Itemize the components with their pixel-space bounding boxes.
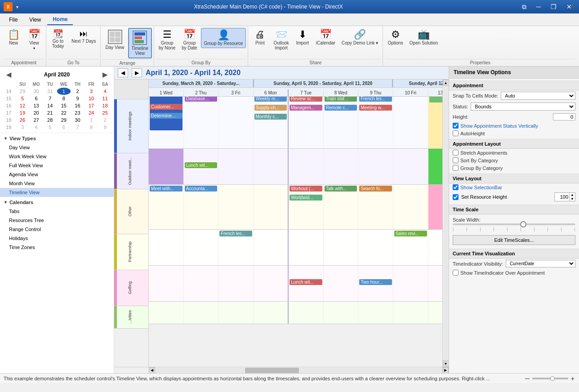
zoom-in-btn[interactable]: + [570,375,575,382]
show-status-checkbox[interactable] [453,123,459,129]
icalendar-button[interactable]: 📅 iCalendar [313,28,338,47]
scroll-track-h[interactable] [155,368,442,373]
horizontal-scrollbar[interactable]: ◀ ▶ [114,367,449,373]
day-view-button[interactable]: Day View [102,28,127,52]
calendar-day[interactable]: 1 [57,88,71,95]
autoheight-checkbox[interactable] [453,130,459,136]
appt-supply[interactable]: Supply-ch... [254,105,287,111]
calendar-day[interactable]: 18 [98,102,112,109]
vertical-scrollbar[interactable]: ▲ ▼ [442,80,449,367]
status-select[interactable]: Bounds [471,102,575,111]
menu-home[interactable]: Home [47,14,73,25]
menu-file[interactable]: File [4,15,23,25]
copy-demo-link-button[interactable]: 🔗 Copy Demo Link ▾ [339,28,381,47]
timeline-next-btn[interactable]: ▶ [132,68,142,77]
appt-two-hour[interactable]: Two hour... [359,279,392,285]
calendar-day[interactable]: 5 [16,95,30,102]
calendar-day[interactable]: 1 [85,116,98,124]
calendar-day[interactable]: 3 [16,124,30,131]
nav-work-week-view[interactable]: Work Week View [0,152,114,161]
set-resource-height-label[interactable]: Set Resource Height [461,194,507,200]
nav-agenda-view[interactable]: Agenda View [0,170,114,179]
nav-tabs[interactable]: Tabs [0,207,114,216]
nav-timeline-view[interactable]: Timeline View [0,188,114,197]
appt-talk-with[interactable]: Talk with... [325,186,357,192]
resource-height-input[interactable] [555,194,569,200]
set-resource-height-checkbox[interactable] [453,194,459,200]
calendar-day[interactable]: 14 [43,102,57,109]
zoom-out-btn[interactable]: ─ [524,375,530,382]
stretch-checkbox[interactable] [453,150,459,156]
calendar-day[interactable]: 16 [71,102,85,109]
appt-meeting-w[interactable]: Meeting w... [359,105,392,111]
open-solution-button[interactable]: 📺 Open Solution [407,28,441,47]
timeline-prev-btn[interactable]: ◀ [118,68,128,77]
calendar-day[interactable]: 21 [43,109,57,116]
calendar-day[interactable]: 8 [85,124,98,131]
goto-today-button[interactable]: 📆 Go toToday [48,28,68,50]
appt-manage[interactable]: Managem... [290,105,322,111]
spinner-down[interactable]: ▼ [570,197,575,201]
nav-month-view[interactable]: Month View [0,179,114,188]
show-over-appt-checkbox[interactable] [453,270,459,276]
sort-by-cat-label[interactable]: Sort By Category [460,158,498,163]
spinner-up[interactable]: ▲ [570,193,575,197]
calendar-day[interactable]: 6 [57,124,71,131]
calendar-day[interactable]: 30 [29,88,43,95]
outlook-import-button[interactable]: 📨 OutlookImport [271,28,291,52]
calendar-day[interactable]: 12 [16,102,30,109]
calendar-day[interactable]: 27 [29,116,43,124]
calendar-day[interactable]: 4 [29,124,43,131]
calendar-day[interactable]: 29 [57,116,71,124]
calendar-prev-btn[interactable]: ◀ [4,70,14,79]
appt-determine[interactable]: Determine... [150,113,183,119]
calendar-day[interactable]: 2 [71,88,85,95]
calendar-day[interactable]: 17 [85,102,98,109]
calendars-header[interactable]: ▼ Calendars [0,197,114,207]
scroll-up-btn[interactable]: ▲ [443,80,449,86]
calendar-day[interactable]: 5 [43,124,57,131]
appt-lunch-outdoor[interactable]: Lunch wit... [185,162,218,168]
calendar-day[interactable]: 31 [43,88,57,95]
calendar-day[interactable]: 29 [16,88,30,95]
import-button[interactable]: ⬇ Import [293,28,312,47]
appt-meet-with[interactable]: Meet with... [150,186,183,192]
menu-view[interactable]: View [24,15,46,25]
nav-holidays[interactable]: Holidays [0,234,114,243]
calendar-day[interactable]: 30 [71,116,85,124]
group-by-date-button[interactable]: 📅 Groupby Date [179,28,200,52]
scroll-track-v[interactable] [443,86,449,361]
edit-timescales-btn[interactable]: Edit TimeScales... [453,235,575,245]
next-7-days-button[interactable]: ⏭ Next 7 Days [69,28,98,45]
appt-remote[interactable]: Remote c... [325,105,357,111]
appt-lunch-golfing[interactable]: Lunch wit... [290,279,322,285]
calendar-day[interactable]: 28 [43,116,57,124]
group-by-none-button[interactable]: ☰ Groupby None [156,28,178,52]
scroll-down-btn[interactable]: ▼ [443,361,449,367]
calendar-day[interactable]: 9 [71,95,85,102]
group-by-resource-button[interactable]: 👤 Group by Resource [201,28,246,48]
calendar-day[interactable]: 6 [29,95,43,102]
calendar-day[interactable]: 8 [57,95,71,102]
show-selection-bar-checkbox[interactable] [453,184,459,190]
zoom-slider-thumb[interactable] [550,376,555,381]
calendar-day[interactable]: 10 [85,95,98,102]
show-status-label[interactable]: Show Appointment Status Vertically [460,123,538,129]
nav-resources-tree[interactable]: Resources Tree [0,216,114,225]
calendar-day[interactable]: 2 [98,116,112,124]
minimize-btn[interactable]: ─ [533,2,544,12]
calendar-day[interactable]: 19 [16,109,30,116]
nav-full-week-view[interactable]: Full Week View [0,161,114,170]
calendar-day[interactable]: 26 [16,116,30,124]
timeline-view-button[interactable]: TimelineView [128,28,152,58]
appt-customer[interactable]: Customer... [150,104,183,110]
stretch-label[interactable]: Stretch Appointments [460,150,508,156]
height-input[interactable] [553,113,575,120]
calendar-day[interactable]: 23 [71,109,85,116]
calendar-day[interactable]: 22 [57,109,71,116]
show-selection-bar-label[interactable]: Show SelectionBar [460,185,502,190]
nav-day-view[interactable]: Day View [0,143,114,152]
scroll-right-btn[interactable]: ▶ [442,367,449,374]
sort-by-cat-checkbox[interactable] [453,157,459,163]
appt-worldwide[interactable]: Worldwid... [290,195,322,200]
